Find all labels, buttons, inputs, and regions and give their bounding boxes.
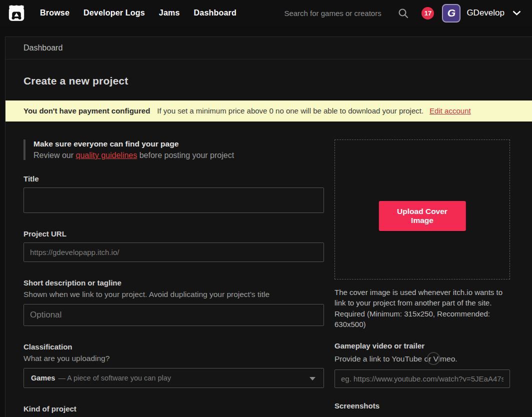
project-url-input[interactable] [24,242,324,262]
search-input[interactable] [284,9,398,18]
project-url-label: Project URL [24,230,324,238]
top-nav: Browse Developer Logs Jams Dashboard 17 … [0,0,532,26]
notice-subtitle: Review our quality guidelines before pos… [34,151,324,160]
form-content: Make sure everyone can find your page Re… [6,122,532,417]
cover-image-dropzone: Upload Cover Image [334,140,510,280]
notice-post-text: before posting your project [137,151,234,160]
banner-text: If you set a minimum price above 0 no on… [157,106,424,115]
screenshots-label: Screenshots [334,402,510,410]
classification-select[interactable]: Games — A piece of software you can play [24,368,324,388]
search-icon[interactable] [398,8,408,18]
screenshots-help: Optional but highly recommended. Upload … [334,414,510,417]
page-header: Create a new project [6,60,532,100]
kind-of-project-group: Kind of project [24,404,324,413]
title-input[interactable] [24,188,324,213]
short-description-input[interactable] [24,304,324,326]
classification-group: Classification What are you uploading? G… [24,342,324,388]
loading-circle-icon [427,352,440,365]
nav-item-developer-logs[interactable]: Developer Logs [84,8,145,18]
nav-item-browse[interactable]: Browse [40,8,70,18]
page-title: Create a new project [24,75,532,87]
classification-selected-desc: — A piece of software you can play [58,374,171,382]
kind-of-project-label: Kind of project [24,404,324,413]
form-right-column: Upload Cover Image The cover image is us… [334,140,510,417]
upload-cover-image-button[interactable]: Upload Cover Image [378,201,466,231]
cover-image-description: The cover image is used whenever itch.io… [334,287,510,330]
notification-badge[interactable]: 17 [422,7,434,20]
short-description-help: Shown when we link to your project. Avoi… [24,290,324,299]
title-group: Title [24,174,324,213]
edit-account-link[interactable]: Edit account [430,106,471,115]
user-menu-name[interactable]: GDevelop [466,8,504,18]
form-left-column: Make sure everyone can find your page Re… [24,140,324,417]
quality-notice: Make sure everyone can find your page Re… [24,140,324,160]
nav-links: Browse Developer Logs Jams Dashboard [40,8,236,18]
short-description-group: Short description or tagline Shown when … [24,278,324,326]
project-url-group: Project URL [24,230,324,262]
classification-selected-value: Games [31,374,55,382]
dropdown-arrow-icon [310,377,316,380]
title-label: Title [24,174,324,183]
gameplay-video-label: Gameplay video or trailer [334,342,510,350]
classification-label: Classification [24,342,324,351]
quality-guidelines-link[interactable]: quality guidelines [76,151,137,160]
nav-item-dashboard[interactable]: Dashboard [194,8,236,18]
notice-pre-text: Review our [34,151,76,160]
classification-help: What are you uploading? [24,354,324,363]
gameplay-video-input[interactable] [334,370,510,388]
itchio-logo-icon [7,4,26,22]
page-container: Dashboard Create a new project You don't… [5,36,532,417]
avatar[interactable]: G [442,4,460,22]
nav-item-jams[interactable]: Jams [159,8,180,18]
notice-title: Make sure everyone can find your page [34,140,324,148]
breadcrumb-dashboard-link[interactable]: Dashboard [24,44,62,52]
screenshots-section: Screenshots Optional but highly recommen… [334,402,510,417]
short-description-label: Short description or tagline [24,278,324,287]
breadcrumb: Dashboard [6,37,532,60]
gameplay-video-help: Provide a link to YouTube or Vimeo. [334,354,510,364]
banner-bold-text: You don't have payment configured [24,106,150,115]
chevron-down-icon[interactable] [512,10,521,16]
itchio-logo[interactable] [7,4,27,22]
payment-warning-banner: You don't have payment configuredIf you … [6,100,532,122]
